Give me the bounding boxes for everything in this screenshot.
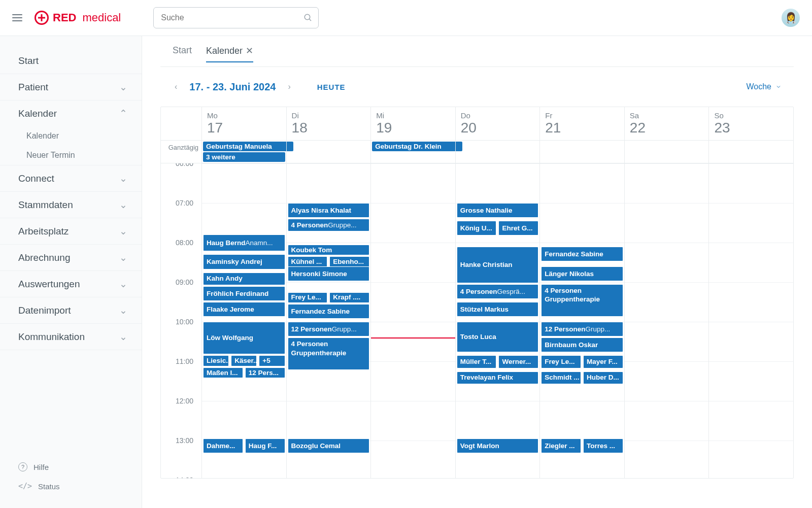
allday-cell[interactable]: Geburtstag Manuela3 weitere [201, 141, 286, 163]
footer-link-hilfe[interactable]: ?Hilfe [0, 457, 142, 477]
allday-cell[interactable]: Geburtstag Dr. Klein [370, 141, 455, 163]
tab-kalender[interactable]: Kalender✕ [206, 45, 253, 62]
calendar-event[interactable]: Flaake Jerome [203, 302, 285, 317]
allday-cell[interactable] [455, 141, 540, 163]
calendar-event[interactable]: Huber D... [583, 371, 623, 384]
event-title: Stützel Markus [460, 305, 509, 314]
sidebar-item-datenimport[interactable]: Datenimport⌄ [0, 297, 142, 323]
hour-label: 07:00 [161, 199, 197, 207]
event-subtitle: Gesprä... [497, 287, 525, 296]
calendar-event[interactable]: Mayer F... [583, 355, 623, 368]
calendar-event[interactable]: +5 [259, 355, 285, 366]
calendar-event[interactable]: 12 Pers... [245, 367, 285, 378]
calendar-event[interactable]: Hersonki Simone [288, 266, 370, 281]
event-title: Kahn Andy [207, 274, 243, 283]
calendar-event[interactable]: Torres ... [583, 438, 623, 453]
calendar-event[interactable]: 12 Personen Grupp... [288, 322, 370, 336]
calendar-event[interactable]: Käser... [231, 355, 257, 366]
calendar-event[interactable]: Ehret G... [498, 221, 538, 235]
calendar-event[interactable]: Trevelayan Felix [457, 371, 539, 384]
sidebar-item-abrechnung[interactable]: Abrechnung⌄ [0, 245, 142, 270]
calendar-event[interactable]: Tosto Luca [457, 322, 539, 352]
close-icon[interactable]: ✕ [246, 46, 253, 56]
calendar-event[interactable]: Löw Wolfgang [203, 322, 285, 354]
allday-cell[interactable] [624, 141, 709, 163]
sidebar-item-connect[interactable]: Connect⌄ [0, 165, 142, 191]
sidebar-item-start[interactable]: Start [0, 48, 142, 74]
calendar-event[interactable]: Alyas Nisra Khalat [288, 203, 370, 218]
app-logo[interactable]: REDmedical [35, 11, 121, 25]
search-input[interactable] [153, 7, 319, 28]
calendar-event[interactable]: Länger Nikolas [541, 266, 623, 281]
sidebar-item-label: Kalender [18, 108, 57, 119]
sidebar-item-arbeitsplatz[interactable]: Arbeitsplatz⌄ [0, 218, 142, 244]
sidebar-item-label: Arbeitsplatz [18, 226, 69, 237]
calendar-event[interactable]: Kaminsky Andrej [203, 254, 285, 269]
day-column[interactable] [708, 163, 793, 478]
calendar-event[interactable]: Werner... [498, 355, 538, 368]
calendar-event[interactable]: Hanke Christian [457, 247, 539, 283]
calendar-event[interactable]: Stützel Markus [457, 302, 539, 317]
time-column: 06:0007:0008:0009:0010:0011:0012:0013:00… [161, 163, 201, 478]
calendar-event[interactable]: Dahme... [203, 438, 243, 453]
calendar-event[interactable]: Fernandez Sabine [541, 247, 623, 261]
calendar-event[interactable]: Frey Le... [288, 292, 328, 303]
sidebar-subitem[interactable]: Kalender [0, 126, 142, 146]
calendar-event[interactable]: Schmidt ... [541, 371, 581, 384]
calendar-event[interactable]: Vogt Marlon [457, 438, 539, 453]
calendar-event[interactable]: Fernandez Sabine [288, 304, 370, 319]
day-column[interactable]: Grosse NathalieKönig U...Ehret G...Hanke… [455, 163, 540, 478]
calendar-event[interactable]: Kühnel ... [288, 256, 328, 267]
next-week-button[interactable]: › [286, 80, 292, 93]
footer-link-status[interactable]: </>Status [0, 477, 142, 496]
calendar-event[interactable]: Bozoglu Cemal [288, 438, 370, 453]
calendar-event[interactable]: 4 Personen Gruppe... [288, 219, 370, 231]
hour-gridline [540, 203, 624, 204]
calendar-event[interactable]: 4 Personen Gruppentherapie [288, 337, 370, 370]
calendar-event[interactable]: König U... [457, 221, 497, 235]
day-column[interactable] [370, 163, 455, 478]
day-column[interactable]: Alyas Nisra Khalat4 Personen Gruppe...Ko… [286, 163, 371, 478]
allday-event[interactable]: Geburtstag Dr. Klein [372, 142, 462, 151]
calendar-event[interactable]: Liesic... [203, 355, 229, 366]
prev-week-button[interactable]: ‹ [173, 80, 179, 93]
user-avatar[interactable]: 👩‍⚕️ [782, 9, 800, 27]
menu-toggle-button[interactable] [12, 12, 22, 23]
view-selector[interactable]: Woche [746, 82, 782, 91]
calendar-event[interactable]: Grosse Nathalie [457, 203, 539, 218]
calendar-event[interactable]: Haug F... [245, 438, 285, 453]
sidebar-item-patient[interactable]: Patient⌄ [0, 74, 142, 100]
calendar-event[interactable]: Kahn Andy [203, 273, 285, 285]
calendar-event[interactable]: Krapf .... [329, 292, 369, 303]
calendar-event[interactable]: 4 Personen Gesprä... [457, 284, 539, 299]
allday-cell[interactable] [286, 141, 371, 163]
sidebar-subitem[interactable]: Neuer Termin [0, 146, 142, 165]
sidebar-item-kalender[interactable]: Kalender⌃ [0, 100, 142, 126]
sidebar-item-auswertungen[interactable]: Auswertungen⌄ [0, 271, 142, 297]
hour-gridline [540, 163, 624, 164]
calendar-event[interactable]: Haug Bernd Anamn... [203, 234, 285, 251]
allday-cell[interactable] [539, 141, 624, 163]
calendar-event[interactable]: 12 Personen Grupp... [541, 322, 623, 336]
now-indicator [371, 337, 455, 338]
day-column[interactable] [624, 163, 709, 478]
calendar-event[interactable]: Koubek Tom [288, 245, 370, 255]
day-column[interactable]: Fernandez SabineLänger Nikolas4 Personen… [539, 163, 624, 478]
tab-start[interactable]: Start [173, 45, 192, 62]
event-title: 4 Personen Gruppentherapie [291, 340, 347, 357]
calendar-event[interactable]: Müller T... [457, 355, 497, 368]
allday-event[interactable]: Geburtstag Manuela [203, 142, 293, 151]
calendar-event[interactable]: Ebenho... [329, 256, 369, 267]
calendar-event[interactable]: Birnbaum Oskar [541, 337, 623, 352]
sidebar-item-stammdaten[interactable]: Stammdaten⌄ [0, 192, 142, 218]
allday-cell[interactable] [708, 141, 793, 163]
calendar-event[interactable]: Maßen I... [203, 367, 243, 378]
today-button[interactable]: HEUTE [317, 83, 346, 91]
allday-event[interactable]: 3 weitere [203, 152, 285, 162]
calendar-event[interactable]: Ziegler ... [541, 438, 581, 453]
calendar-event[interactable]: Fröhlich Ferdinand [203, 286, 285, 301]
sidebar-item-kommunikation[interactable]: Kommunikation⌄ [0, 324, 142, 350]
calendar-event[interactable]: Frey Le... [541, 355, 581, 368]
calendar-event[interactable]: 4 Personen Gruppentherapie [541, 284, 623, 317]
day-column[interactable]: Haug Bernd Anamn...Kaminsky AndrejKahn A… [201, 163, 286, 478]
